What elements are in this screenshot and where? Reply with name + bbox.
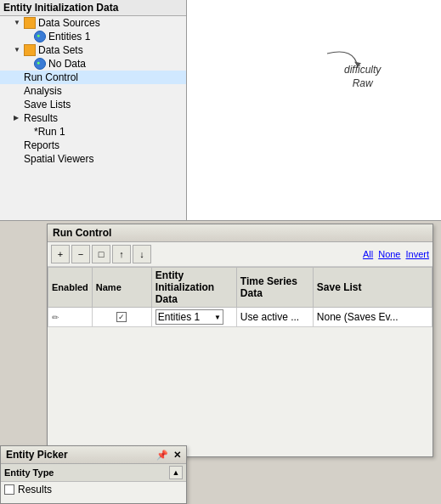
savelist-value: None (Saves Ev... xyxy=(317,311,399,323)
move-up-button[interactable]: ↑ xyxy=(112,245,131,263)
ep-toolbar: Entity Type ▲ xyxy=(1,464,186,482)
tsd-value: Use active ... xyxy=(240,311,299,323)
spatialviewers-label: Spatial Viewers xyxy=(24,153,94,165)
close-icon[interactable]: ✕ xyxy=(173,450,181,461)
datasources-label: Data Sources xyxy=(38,17,100,29)
tree-header-label: Entity Initialization Data xyxy=(3,2,118,14)
datasets-icon xyxy=(24,44,36,56)
expand-arrow-reports xyxy=(14,141,22,150)
run-control-titlebar: Run Control xyxy=(48,224,433,242)
tree-item-spatialviewers[interactable]: Spatial Viewers xyxy=(0,152,186,166)
nodata-icon xyxy=(34,58,46,70)
pencil-icon: ✏ xyxy=(52,313,59,322)
expand-arrow-run1 xyxy=(24,127,32,136)
expand-arrow-analysis xyxy=(14,87,22,95)
ep-entity-type-label: Entity Type xyxy=(4,467,54,478)
expand-arrow-runcontrol xyxy=(14,73,22,82)
runcontrol-label: Run Control xyxy=(24,71,78,83)
col-eid-label: EntityInitialization Data xyxy=(155,269,214,305)
eid-select[interactable]: Entities 1 ▼ xyxy=(155,309,223,325)
col-savelist: Save List xyxy=(313,268,432,308)
ep-row-value: Results xyxy=(18,484,52,496)
col-name: Name xyxy=(92,268,151,308)
row-pencil: ✏ xyxy=(48,308,93,327)
ep-titlebar: Entity Picker 📌 ✕ xyxy=(1,446,186,464)
ep-title: Entity Picker xyxy=(6,449,68,461)
table-row: ✏ Entities 1 ▼ Use active ... xyxy=(48,308,433,327)
results-label: Results xyxy=(24,112,58,124)
move-down-button[interactable]: ↓ xyxy=(133,245,151,263)
run-control-panel: Run Control + − □ ↑ ↓ All None Invert En… xyxy=(47,224,433,457)
tree-item-entities1[interactable]: Entities 1 xyxy=(0,30,186,43)
savelists-label: Save Lists xyxy=(24,99,71,110)
col-tsd: Time Series Data xyxy=(236,268,313,308)
run1-label: *Run 1 xyxy=(34,126,65,138)
datasets-label: Data Sets xyxy=(38,44,83,56)
enabled-checkbox[interactable] xyxy=(116,312,127,322)
entity-picker-panel: Entity Picker 📌 ✕ Entity Type ▲ Results xyxy=(0,445,187,504)
run-control-title: Run Control xyxy=(53,227,111,239)
tree-item-datasets[interactable]: Data Sets xyxy=(0,43,186,57)
col-tsd-label: Time Series Data xyxy=(240,275,297,299)
add-button[interactable]: + xyxy=(51,245,70,263)
eid-dropdown-arrow: ▼ xyxy=(212,314,221,321)
none-link[interactable]: None xyxy=(378,249,400,259)
diagram-area: difficulty Raw xyxy=(187,0,441,221)
entities1-icon xyxy=(34,31,46,42)
row-enabled[interactable] xyxy=(92,308,151,327)
expand-arrow-spatialviewers xyxy=(14,155,22,163)
eid-value: Entities 1 xyxy=(158,311,200,323)
col-enabled: Enabled xyxy=(48,268,93,308)
tree-item-results[interactable]: Results xyxy=(0,111,186,125)
tree-item-analysis[interactable]: Analysis xyxy=(0,84,186,98)
diagram-label: difficulty Raw xyxy=(344,64,381,90)
tree-item-runcontrol[interactable]: Run Control xyxy=(0,71,186,84)
expand-arrow-results xyxy=(14,114,22,122)
all-link[interactable]: All xyxy=(363,249,373,259)
ep-sort-button[interactable]: ▲ xyxy=(169,466,183,479)
invert-link[interactable]: Invert xyxy=(405,249,429,259)
diagram-label-line2: Raw xyxy=(353,77,373,89)
expand-arrow-datasets xyxy=(14,46,22,54)
expand-arrow-nodata xyxy=(24,59,32,68)
entities1-label: Entities 1 xyxy=(48,31,90,42)
ep-row: Results xyxy=(1,482,186,497)
diagram-label-line1: difficulty xyxy=(344,64,381,76)
tree-item-savelists[interactable]: Save Lists xyxy=(0,98,186,111)
expand-arrow-savelists xyxy=(14,100,22,109)
expand-arrow-entities1 xyxy=(24,32,32,41)
left-tree-panel: Entity Initialization Data Data Sources … xyxy=(0,0,187,221)
remove-button[interactable]: − xyxy=(71,245,90,263)
row-eid[interactable]: Entities 1 ▼ xyxy=(151,308,236,327)
tree-header: Entity Initialization Data xyxy=(0,0,186,16)
row-tsd: Use active ... xyxy=(236,308,313,327)
col-eid: EntityInitialization Data xyxy=(151,268,236,308)
col-savelist-label: Save List xyxy=(317,281,362,293)
ep-row-checkbox[interactable] xyxy=(4,484,14,495)
tree-item-nodata[interactable]: No Data xyxy=(0,57,186,71)
expand-arrow-datasources xyxy=(14,19,22,27)
row-savelist: None (Saves Ev... xyxy=(313,308,432,327)
analysis-label: Analysis xyxy=(24,85,62,97)
run-control-table: Enabled Name EntityInitialization Data T… xyxy=(48,267,433,327)
tree-item-reports[interactable]: Reports xyxy=(0,139,186,152)
datasources-icon xyxy=(24,17,36,29)
pin-icon[interactable]: 📌 xyxy=(156,450,168,461)
tree-item-run1[interactable]: *Run 1 xyxy=(0,125,186,139)
run-control-toolbar: + − □ ↑ ↓ All None Invert xyxy=(48,242,433,267)
nodata-label: No Data xyxy=(48,58,86,70)
tree-item-datasources[interactable]: Data Sources xyxy=(0,16,186,30)
reports-label: Reports xyxy=(24,139,59,151)
copy-button[interactable]: □ xyxy=(92,245,110,263)
